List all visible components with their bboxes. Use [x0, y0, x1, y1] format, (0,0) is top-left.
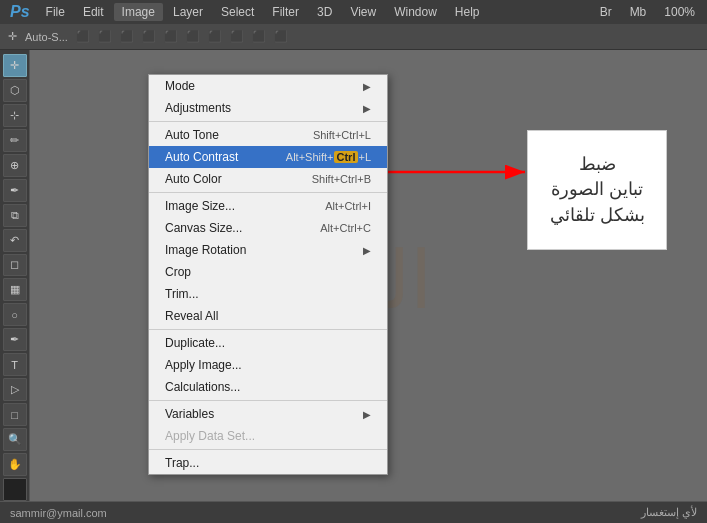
separator-1	[149, 121, 387, 122]
menu-help[interactable]: Help	[447, 3, 488, 21]
options-bar: ✛ Auto-S... ⬛ ⬛ ⬛ ⬛ ⬛ ⬛ ⬛ ⬛ ⬛ ⬛	[0, 24, 707, 50]
menu-layer[interactable]: Layer	[165, 3, 211, 21]
options-move[interactable]: ✛	[8, 30, 17, 43]
options-align6[interactable]: ⬛	[186, 30, 200, 43]
dd-image-rotation[interactable]: Image Rotation ▶	[149, 239, 387, 261]
separator-3	[149, 329, 387, 330]
dd-trap[interactable]: Trap...	[149, 452, 387, 474]
dd-auto-color[interactable]: Auto Color Shift+Ctrl+B	[149, 168, 387, 190]
tool-move[interactable]: ✛	[3, 54, 27, 77]
tool-gradient[interactable]: ▦	[3, 278, 27, 301]
dd-image-rotation-label: Image Rotation	[165, 243, 246, 257]
tooltip-box: ضبط تباين الصورة بشكل تلقائي	[527, 130, 667, 250]
dd-image-size[interactable]: Image Size... Alt+Ctrl+I	[149, 195, 387, 217]
tool-brush[interactable]: ✒	[3, 179, 27, 202]
options-align1[interactable]: ⬛	[76, 30, 90, 43]
dd-image-size-shortcut: Alt+Ctrl+I	[325, 200, 371, 212]
menu-window[interactable]: Window	[386, 3, 445, 21]
options-align5[interactable]: ⬛	[164, 30, 178, 43]
options-align4[interactable]: ⬛	[142, 30, 156, 43]
dd-duplicate[interactable]: Duplicate...	[149, 332, 387, 354]
menu-edit[interactable]: Edit	[75, 3, 112, 21]
dd-mode-label: Mode	[165, 79, 195, 93]
menu-view[interactable]: View	[342, 3, 384, 21]
dd-image-size-label: Image Size...	[165, 199, 235, 213]
tool-crop[interactable]: ⊹	[3, 104, 27, 127]
dd-adjustments[interactable]: Adjustments ▶	[149, 97, 387, 119]
tool-text[interactable]: T	[3, 353, 27, 376]
tool-eyedropper[interactable]: ✏	[3, 129, 27, 152]
options-align8[interactable]: ⬛	[230, 30, 244, 43]
options-align7[interactable]: ⬛	[208, 30, 222, 43]
tooltip-line1: ضبط	[579, 152, 616, 177]
app-logo: Ps	[4, 3, 36, 21]
dd-trim[interactable]: Trim...	[149, 283, 387, 305]
dd-auto-color-label: Auto Color	[165, 172, 222, 186]
dd-variables[interactable]: Variables ▶	[149, 403, 387, 425]
options-align10[interactable]: ⬛	[274, 30, 288, 43]
tooltip-line2: تباين الصورة	[551, 177, 643, 202]
menu-mb[interactable]: Mb	[622, 3, 655, 21]
dd-mode[interactable]: Mode ▶	[149, 75, 387, 97]
dd-trim-label: Trim...	[165, 287, 199, 301]
dd-canvas-size[interactable]: Canvas Size... Alt+Ctrl+C	[149, 217, 387, 239]
tool-path[interactable]: ▷	[3, 378, 27, 401]
kbd-ctrl: Ctrl	[334, 151, 359, 163]
dd-variables-label: Variables	[165, 407, 214, 421]
dd-mode-arrow: ▶	[363, 81, 371, 92]
dd-adjustments-label: Adjustments	[165, 101, 231, 115]
dd-reveal-all-label: Reveal All	[165, 309, 218, 323]
dd-apply-image-label: Apply Image...	[165, 358, 242, 372]
zoom-level: 100%	[656, 3, 703, 21]
options-align3[interactable]: ⬛	[120, 30, 134, 43]
tool-healing[interactable]: ⊕	[3, 154, 27, 177]
menu-br[interactable]: Br	[592, 3, 620, 21]
dd-duplicate-label: Duplicate...	[165, 336, 225, 350]
tool-pen[interactable]: ✒	[3, 328, 27, 351]
tooltip-line3: بشكل تلقائي	[550, 203, 645, 228]
tool-foreground[interactable]	[3, 478, 27, 501]
menu-image[interactable]: Image	[114, 3, 163, 21]
dd-auto-tone-label: Auto Tone	[165, 128, 219, 142]
dd-apply-data-set: Apply Data Set...	[149, 425, 387, 447]
options-align2[interactable]: ⬛	[98, 30, 112, 43]
dd-trap-label: Trap...	[165, 456, 199, 470]
separator-2	[149, 192, 387, 193]
auto-select-label: Auto-S...	[25, 31, 68, 43]
dd-auto-contrast[interactable]: Auto Contrast Alt+Shift+Ctrl+L	[149, 146, 387, 168]
menu-filter[interactable]: Filter	[264, 3, 307, 21]
options-align9[interactable]: ⬛	[252, 30, 266, 43]
dd-calculations-label: Calculations...	[165, 380, 240, 394]
separator-5	[149, 449, 387, 450]
tool-clone[interactable]: ⧉	[3, 204, 27, 227]
tool-history[interactable]: ↶	[3, 229, 27, 252]
menubar: Ps File Edit Image Layer Select Filter 3…	[0, 0, 707, 24]
main-area: ✛ ⬡ ⊹ ✏ ⊕ ✒ ⧉ ↶ ◻ ▦ ○ ✒ T ▷ □ 🔍 ✋ العد ض…	[0, 50, 707, 501]
dd-reveal-all[interactable]: Reveal All	[149, 305, 387, 327]
dd-auto-color-shortcut: Shift+Ctrl+B	[312, 173, 371, 185]
dd-auto-contrast-label: Auto Contrast	[165, 150, 238, 164]
dd-crop[interactable]: Crop	[149, 261, 387, 283]
canvas-area: العد ضبط تباين الصورة بشكل تلقائي Mode ▶	[30, 50, 707, 501]
menu-file[interactable]: File	[38, 3, 73, 21]
menu-3d[interactable]: 3D	[309, 3, 340, 21]
dd-canvas-size-shortcut: Alt+Ctrl+C	[320, 222, 371, 234]
dd-auto-tone[interactable]: Auto Tone Shift+Ctrl+L	[149, 124, 387, 146]
statusbar: sammir@ymail.com لأي إستغسار	[0, 501, 707, 523]
dd-crop-label: Crop	[165, 265, 191, 279]
dd-auto-tone-shortcut: Shift+Ctrl+L	[313, 129, 371, 141]
dd-adjustments-arrow: ▶	[363, 103, 371, 114]
dd-calculations[interactable]: Calculations...	[149, 376, 387, 398]
dd-auto-contrast-shortcut: Alt+Shift+Ctrl+L	[286, 151, 371, 163]
tool-eraser[interactable]: ◻	[3, 254, 27, 277]
tool-zoom[interactable]: 🔍	[3, 428, 27, 451]
dd-canvas-size-label: Canvas Size...	[165, 221, 242, 235]
status-right: لأي إستغسار	[641, 506, 697, 519]
tool-hand[interactable]: ✋	[3, 453, 27, 476]
menu-select[interactable]: Select	[213, 3, 262, 21]
tool-lasso[interactable]: ⬡	[3, 79, 27, 102]
dd-image-rotation-arrow: ▶	[363, 245, 371, 256]
tool-dodge[interactable]: ○	[3, 303, 27, 326]
dd-apply-image[interactable]: Apply Image...	[149, 354, 387, 376]
tool-shape[interactable]: □	[3, 403, 27, 426]
